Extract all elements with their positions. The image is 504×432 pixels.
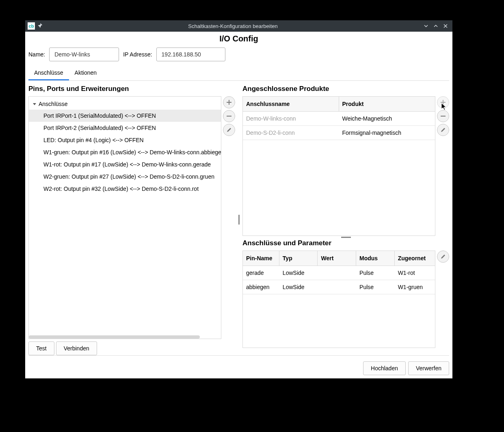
table-header: Pin-Name Typ Wert Modus Zugeornet: [243, 251, 435, 266]
table-row[interactable]: Demo-S-D2-li-conn Formsignal-magnetisch: [243, 126, 435, 140]
config-window: cb Schaltkasten-Konfiguration bearbeiten…: [25, 20, 452, 378]
remove-pin-button[interactable]: [223, 110, 235, 122]
minimize-button[interactable]: [422, 22, 430, 30]
col-connection-name: Anschlussname: [243, 97, 339, 111]
products-section-title: Angeschlossene Produkte: [242, 84, 449, 96]
col-pin-name: Pin-Name: [243, 251, 279, 266]
cell-name: Demo-W-links-conn: [243, 112, 339, 125]
window-title: Schaltkasten-Konfiguration bearbeiten: [45, 23, 421, 29]
tree-item[interactable]: W2-rot: Output pin #32 (LowSide) <--> De…: [29, 183, 221, 195]
tab-actions[interactable]: Aktionen: [69, 66, 102, 80]
close-button[interactable]: [441, 22, 450, 30]
tree-item[interactable]: LED: Output pin #4 (Logic) <--> OFFEN: [29, 134, 221, 146]
table-row[interactable]: gerade LowSide Pulse W1-rot: [243, 266, 435, 280]
ip-label: IP Adresse:: [123, 51, 152, 58]
tabs: Anschlüsse Aktionen: [28, 66, 449, 81]
col-mode: Modus: [356, 251, 395, 266]
cell-product: Weiche-Magnetisch: [339, 112, 435, 125]
tree-item[interactable]: Port IRPort-1 (SerialModulated) <--> OFF…: [29, 110, 221, 122]
left-panel: Pins, Ports und Erweiterungen Anschlüsse…: [28, 84, 235, 355]
params-section-title: Anschlüsse und Parameter: [242, 238, 449, 251]
cell-pin: abbiegen: [243, 280, 279, 294]
cell-assigned: W1-gruen: [395, 280, 435, 294]
pin-icon[interactable]: [37, 23, 43, 29]
name-input[interactable]: [49, 48, 119, 61]
table-row[interactable]: abbiegen LowSide Pulse W1-gruen: [243, 280, 435, 294]
params-table[interactable]: Pin-Name Typ Wert Modus Zugeornet gerade…: [242, 251, 435, 348]
tab-connections[interactable]: Anschlüsse: [28, 66, 69, 80]
test-button[interactable]: Test: [28, 341, 54, 355]
tree-group-connections[interactable]: Anschlüsse: [29, 98, 221, 110]
col-value: Wert: [318, 251, 356, 266]
page-title: I/O Config: [28, 32, 449, 46]
remove-product-button[interactable]: [437, 110, 449, 122]
hscrollbar[interactable]: [29, 335, 200, 339]
connect-button[interactable]: Verbinden: [56, 341, 97, 355]
add-product-button[interactable]: [437, 96, 449, 108]
pins-tree[interactable]: Anschlüsse Port IRPort-1 (SerialModulate…: [28, 96, 221, 339]
tree-item[interactable]: W1-rot: Output pin #17 (LowSide) <--> De…: [29, 158, 221, 171]
maximize-button[interactable]: [431, 22, 440, 30]
upload-button[interactable]: Hochladen: [363, 361, 406, 375]
cell-product: Formsignal-magnetisch: [339, 126, 435, 140]
edit-pin-button[interactable]: [223, 124, 235, 136]
cell-pin: gerade: [243, 266, 279, 280]
col-product: Produkt: [339, 97, 435, 111]
edit-param-button[interactable]: [437, 251, 449, 263]
content-area: I/O Config Name: IP Adresse: Anschlüsse …: [25, 32, 452, 378]
table-row[interactable]: Demo-W-links-conn Weiche-Magnetisch: [243, 112, 435, 126]
caret-down-icon: [33, 103, 36, 105]
add-pin-button[interactable]: [223, 96, 235, 108]
cell-mode: Pulse: [356, 266, 395, 280]
tree-item[interactable]: Port IRPort-2 (SerialModulated) <--> OFF…: [29, 122, 221, 134]
cell-value: [318, 280, 356, 294]
cell-assigned: W1-rot: [395, 266, 435, 280]
table-header: Anschlussname Produkt: [243, 97, 435, 112]
panels: Pins, Ports und Erweiterungen Anschlüsse…: [28, 81, 449, 355]
tree-item[interactable]: W2-gruen: Output pin #27 (LowSide) <--> …: [29, 171, 221, 183]
pins-section-title: Pins, Ports und Erweiterungen: [28, 84, 235, 96]
app-icon: cb: [28, 22, 35, 30]
cell-type: LowSide: [279, 266, 318, 280]
titlebar: cb Schaltkasten-Konfiguration bearbeiten: [25, 20, 452, 32]
cell-mode: Pulse: [356, 280, 395, 294]
cell-value: [318, 266, 356, 280]
products-table[interactable]: Anschlussname Produkt Demo-W-links-conn …: [242, 96, 435, 236]
edit-product-button[interactable]: [437, 124, 449, 136]
discard-button[interactable]: Verwerfen: [408, 361, 449, 375]
name-ip-row: Name: IP Adresse:: [28, 46, 449, 66]
col-type: Typ: [279, 251, 318, 266]
right-panel: Angeschlossene Produkte Anschlussname Pr…: [242, 84, 449, 355]
vertical-splitter[interactable]: [238, 84, 240, 355]
tree-group-label: Anschlüsse: [39, 101, 68, 107]
tree-item[interactable]: W1-gruen: Output pin #16 (LowSide) <--> …: [29, 146, 221, 158]
cell-type: LowSide: [279, 280, 318, 294]
footer: Hochladen Verwerfen: [28, 355, 449, 375]
col-assigned: Zugeornet: [395, 251, 435, 266]
ip-input[interactable]: [156, 48, 225, 61]
name-label: Name:: [28, 51, 45, 58]
cell-name: Demo-S-D2-li-conn: [243, 126, 339, 140]
